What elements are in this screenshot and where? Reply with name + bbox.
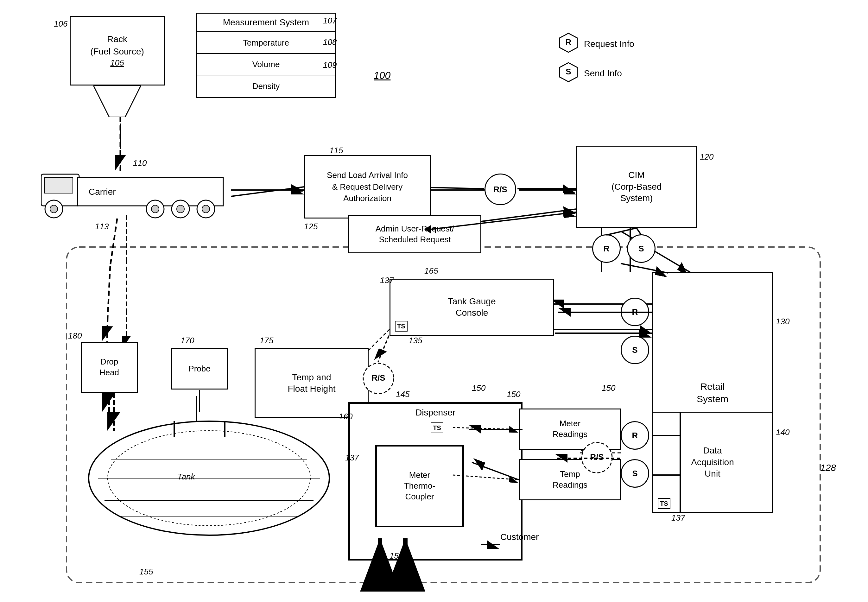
diagram: Rack (Fuel Source) 105 106 Measurement S… [0, 0, 868, 602]
ref-137c: 137 [671, 513, 685, 523]
ref-128: 128 [820, 462, 836, 473]
svg-text:R: R [565, 37, 571, 47]
ref-150-top: 150 [602, 383, 615, 393]
svg-line-68 [378, 336, 389, 362]
ref-150-disp: 150 [472, 383, 485, 393]
rack-funnel [94, 86, 141, 117]
carrier-truck [41, 168, 231, 218]
svg-text:R/S: R/S [372, 373, 385, 382]
cim-s-circle: S [627, 234, 656, 263]
legend-request-label: Request Info [584, 39, 634, 49]
ref-137b: 137 [345, 453, 359, 463]
retail-s-circle: S [621, 336, 649, 364]
r-label: R [604, 244, 610, 253]
svg-line-65 [621, 264, 668, 273]
ref-137a: 137 [380, 275, 393, 285]
meas-temperature: Temperature [197, 32, 335, 54]
ts-badge-dispenser: TS [431, 422, 443, 433]
legend-send: S Send Info [557, 61, 634, 86]
dispenser-text: Dispenser [353, 407, 518, 418]
svg-marker-29 [94, 86, 141, 117]
measurement-system-box: Measurement System Temperature Volume De… [196, 13, 336, 98]
tank-gauge-box: Tank Gauge Console TS [390, 279, 554, 336]
ref-155: 155 [139, 567, 153, 577]
svg-rect-31 [45, 177, 73, 193]
retail-text: Retail System [697, 380, 728, 405]
cim-text: CIM (Corp-Based System) [611, 169, 662, 204]
data-acq-s-label: S [632, 469, 638, 479]
legend-request: R Request Info [557, 32, 634, 56]
ts-badge-tank-gauge: TS [395, 321, 407, 332]
drop-head-box: Drop Head [81, 342, 138, 393]
ref-125: 125 [304, 222, 318, 232]
svg-point-38 [177, 205, 184, 213]
rs-circle-data-acq: R/S [579, 440, 615, 476]
customer-label: Customer [500, 532, 539, 542]
svg-point-34 [50, 205, 58, 213]
meter-thermo-text: Meter Thermo- Coupler [404, 470, 435, 502]
ref-130: 130 [776, 317, 790, 327]
legend-r-shape: R [557, 32, 579, 56]
svg-text:R/S: R/S [590, 452, 604, 462]
ref-109: 109 [323, 60, 336, 70]
ref-120: 120 [700, 152, 713, 162]
svg-line-69 [110, 218, 117, 266]
tank-area [73, 412, 345, 545]
svg-line-70 [108, 266, 110, 317]
retail-r-circle: R [621, 298, 649, 326]
svg-line-59 [431, 187, 484, 189]
ref-107: 107 [323, 16, 336, 26]
diagram-number: 100 [374, 70, 390, 81]
svg-text:S: S [565, 67, 571, 76]
tank-gauge-text: Tank Gauge Console [448, 296, 496, 319]
ref-175: 175 [260, 336, 273, 346]
cim-r-circle: R [592, 234, 621, 263]
ref-180: 180 [68, 331, 82, 341]
legend: R Request Info S Send Info [557, 32, 634, 91]
data-acq-text: Data Acquisition Unit [691, 445, 734, 479]
send-load-text: Send Load Arrival Info & Request Deliver… [327, 169, 408, 204]
meter-thermo-box: Meter Thermo- Coupler [375, 445, 464, 527]
drop-head-text: Drop Head [100, 356, 119, 378]
probe-box: Probe [171, 349, 228, 390]
rack-box: Rack (Fuel Source) 105 [70, 16, 165, 86]
legend-s-shape: S [557, 61, 579, 86]
ref-113: 113 [95, 222, 109, 232]
rs-label: R/S [493, 184, 507, 194]
svg-line-64 [636, 228, 641, 235]
meter-readings-text: Meter Readings [553, 418, 587, 440]
ref-110: 110 [133, 158, 147, 168]
svg-line-71 [107, 317, 108, 342]
carrier-label: Carrier [89, 187, 116, 197]
meas-volume: Volume [197, 54, 335, 75]
ref-140: 140 [776, 427, 790, 437]
svg-point-40 [202, 205, 210, 213]
send-load-box: Send Load Arrival Info & Request Deliver… [304, 155, 431, 218]
ref-115: 115 [329, 146, 343, 155]
data-acq-box: Data Acquisition Unit TS [652, 412, 773, 513]
ts-badge-data-acq: TS [658, 498, 670, 509]
temp-float-text: Temp and Float Height [288, 372, 336, 395]
rs-circle-temp-float: R/S [361, 361, 396, 397]
ref-170: 170 [181, 336, 194, 346]
meas-density: Density [197, 75, 335, 97]
admin-box: Admin User-Request/ Scheduled Request [348, 215, 481, 253]
ref-145: 145 [396, 390, 409, 399]
data-acq-r-label: R [632, 431, 638, 441]
s-label: S [638, 244, 644, 253]
ref-150a: 150 [507, 390, 520, 399]
svg-point-36 [151, 205, 159, 213]
cim-box: CIM (Corp-Based System) [576, 146, 697, 228]
svg-line-58 [231, 187, 304, 197]
ref-106: 106 [54, 19, 68, 29]
data-acq-r-circle: R [621, 421, 649, 450]
retail-s-label: S [632, 345, 638, 355]
dispenser-box: Dispenser TS Meter Thermo- Coupler [348, 402, 522, 561]
legend-send-label: Send Info [584, 68, 622, 78]
rs-circle-send-load: R/S [484, 174, 516, 205]
tank-label: Tank [177, 472, 195, 482]
retail-r-label: R [632, 307, 638, 317]
ref-150b: 150 [390, 551, 403, 561]
ref-135: 135 [409, 336, 422, 346]
probe-text: Probe [188, 364, 210, 374]
